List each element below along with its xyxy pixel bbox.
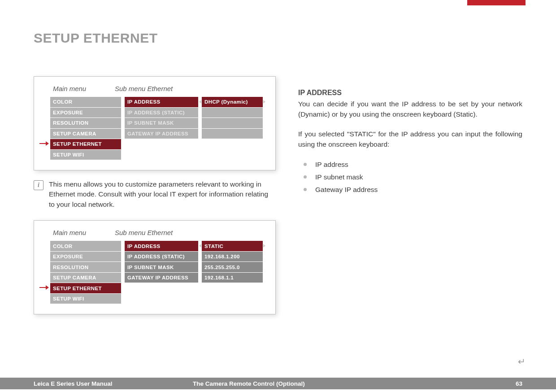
bullet-item: Gateway IP address [304,183,522,196]
section-heading: IP ADDRESS [298,89,522,97]
main-menu-item: RESOLUTION [50,262,121,272]
info-icon: i [34,180,43,190]
sub-menu-item: IP SUBNET MASK [125,118,198,128]
main-menu-item: SETUP WIFI [50,150,121,160]
sub-menu-item: GATEWAY IP ADDRESS [125,273,198,283]
panel-header-sub: Sub menu Ethernet [112,85,269,92]
body-text: If you selected "STATIC" for the IP addr… [298,129,522,150]
sub-menu-item: GATEWAY IP ADDRESS [125,129,198,139]
footer-page-number: 63 [511,380,556,387]
panel-header-main: Main menu [40,229,112,236]
main-menu-item: SETUP CAMERA [50,129,121,139]
sub-menu-item: IP ADDRESS [125,97,198,107]
pointer-arrow-icon [39,141,49,146]
main-menu-item: SETUP ETHERNET [50,283,121,293]
sub-menu-item: IP ADDRESS (STATIC) [125,108,198,118]
panel-header-main: Main menu [40,85,112,92]
sub-menu-value [202,129,263,139]
bullet-item: IP subnet mask [304,171,522,183]
sub-menu-item: IP ADDRESS (STATIC) [125,252,198,262]
bullet-list: IP addressIP subnet maskGateway IP addre… [298,158,522,196]
sub-menu-item: IP ADDRESS [125,241,198,251]
main-menu-item: EXPOSURE [50,108,121,118]
pointer-arrow-icon [39,285,49,290]
main-menu-item: SETUP ETHERNET [50,139,121,149]
info-note: i This menu allows you to customize para… [34,179,276,209]
sub-menu-value: 192.168.1.1 [202,273,263,283]
main-menu-item: RESOLUTION [50,118,121,128]
sub-menu-value: 192.168.1.200 [202,252,263,262]
footer-manual-title: Leica E Series User Manual [0,380,193,387]
sub-menu-item: IP SUBNET MASK [125,262,198,272]
sub-menu-value: STATIC [202,241,263,251]
section-tab [467,0,526,5]
main-menu-item: SETUP WIFI [50,294,121,304]
sub-menu-value: DHCP (Dynamic) [202,97,263,107]
page-title: SETUP ETHERNET [34,30,276,46]
panel-header-sub: Sub menu Ethernet [112,229,269,236]
sub-menu-value [202,108,263,118]
main-menu-item: EXPOSURE [50,252,121,262]
return-icon: ↵ [518,356,526,367]
page-footer: Leica E Series User Manual The Camera Re… [0,375,556,392]
main-menu-item: SETUP CAMERA [50,273,121,283]
main-menu-item: COLOR [50,241,121,251]
bullet-item: IP address [304,158,522,171]
body-text: You can decide if you want the IP addres… [298,99,522,120]
info-text: This menu allows you to customize parame… [49,179,274,209]
sub-menu-value [202,118,263,128]
main-menu-item: COLOR [50,97,121,107]
footer-section-title: The Camera Remote Control (Optional) [193,380,511,387]
menu-panel-static: Main menu Sub menu Ethernet COLOREXPOSUR… [34,220,276,314]
sub-menu-value: 255.255.255.0 [202,262,263,272]
menu-panel-dynamic: Main menu Sub menu Ethernet COLOREXPOSUR… [34,76,276,170]
